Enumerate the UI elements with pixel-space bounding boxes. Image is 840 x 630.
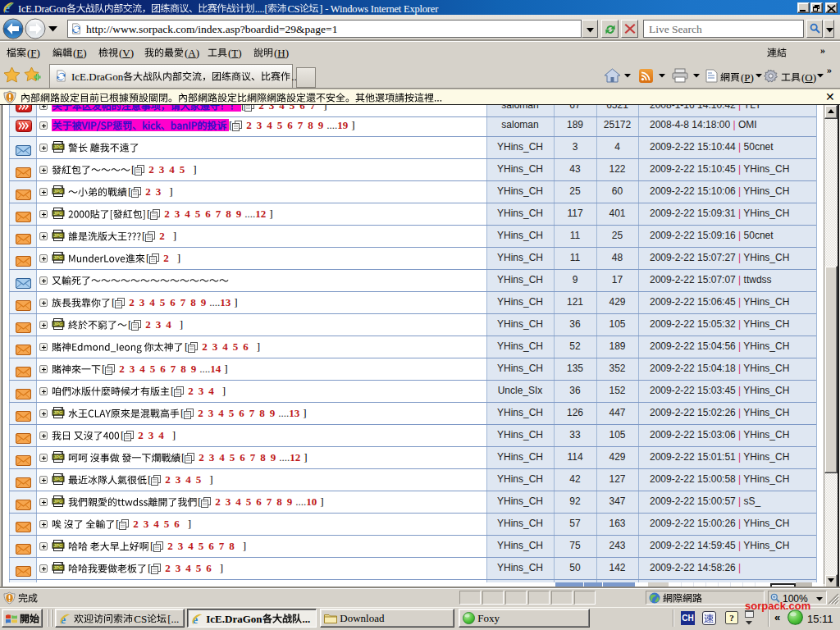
svg-text:JPG: JPG <box>53 189 62 194</box>
svg-text:JPG: JPG <box>53 233 62 238</box>
svg-text:JPG: JPG <box>53 410 62 415</box>
svg-text:JPG: JPG <box>53 144 62 149</box>
svg-text:JPG: JPG <box>53 477 62 482</box>
svg-text:JPG: JPG <box>53 454 62 459</box>
svg-text:JPG: JPG <box>53 543 62 548</box>
svg-text:JPG: JPG <box>53 499 62 504</box>
svg-text:JPG: JPG <box>53 565 62 570</box>
svg-text:JPG: JPG <box>53 255 62 260</box>
svg-text:JPG: JPG <box>53 322 62 326</box>
svg-text:JPG: JPG <box>53 211 62 216</box>
